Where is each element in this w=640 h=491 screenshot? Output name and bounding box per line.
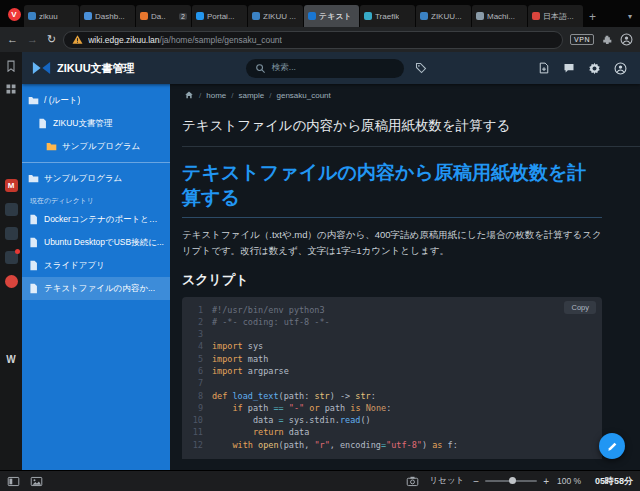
panel-bar: MW xyxy=(0,52,22,470)
wiki-page: ZIKUU文書管理 検索... / (ルート)ZIKUU文書管理サンプルプログラ… xyxy=(22,52,640,470)
zoom-level[interactable]: 100 % xyxy=(557,476,585,486)
zoom-in-button[interactable]: + xyxy=(543,476,549,487)
new-tab-button[interactable]: + xyxy=(584,10,601,27)
code-line: 10 data = sys.stdin.read() xyxy=(188,414,594,426)
tab-favicon xyxy=(252,12,260,20)
browser-tab[interactable]: 日本語... xyxy=(528,5,583,27)
account-icon[interactable] xyxy=(614,62,627,75)
zoom-reset-button[interactable]: リセット xyxy=(429,475,464,487)
reload-icon[interactable]: ↻ xyxy=(47,33,56,46)
web-panel-icon-4[interactable] xyxy=(5,275,18,288)
windows-panel-icon[interactable] xyxy=(5,83,17,95)
bottom-panels: W xyxy=(6,354,15,365)
sidebar-item-label: サンプルプログラム xyxy=(62,141,140,153)
sidebar-item[interactable]: Dockerコンテナのポートとネ... xyxy=(22,208,170,231)
folder-icon xyxy=(28,173,39,184)
browser-tab[interactable]: zikuu xyxy=(24,5,79,27)
zikuu-logo-icon[interactable] xyxy=(32,61,51,75)
sidebar-item-label: Dockerコンテナのポートとネ... xyxy=(44,214,164,226)
zoom-slider-thumb[interactable] xyxy=(509,477,516,484)
app-body: / (ルート)ZIKUU文書管理サンプルプログラムサンプルプログラム現在のディレ… xyxy=(22,84,640,470)
content-h2: スクリプト xyxy=(182,271,602,289)
code-text: def load_text(path: str) -> str: xyxy=(212,390,376,402)
web-panel-icon-3[interactable] xyxy=(5,251,18,264)
forward-icon[interactable]: → xyxy=(27,33,38,46)
tab-favicon xyxy=(308,12,316,20)
copy-button[interactable]: Copy xyxy=(564,301,596,314)
panel-toggle-icon[interactable] xyxy=(7,475,20,488)
sidebar-item[interactable]: Ubuntu DesktopでUSB接続に... xyxy=(22,231,170,254)
page-images-icon[interactable] xyxy=(30,475,43,488)
sidebar-item-label: / (ルート) xyxy=(44,95,80,107)
wikipedia-web-panel-icon[interactable]: W xyxy=(6,354,15,365)
browser-tab[interactable]: Dashb... xyxy=(80,5,135,27)
vpn-badge[interactable]: VPN xyxy=(570,34,594,45)
folder-icon xyxy=(28,95,39,106)
zoom-out-button[interactable]: − xyxy=(473,476,479,487)
tab-favicon xyxy=(28,12,36,20)
sidebar-item[interactable]: スライドアプリ xyxy=(22,254,170,277)
edit-fab-button[interactable] xyxy=(599,433,625,459)
sidebar-item[interactable]: / (ルート) xyxy=(22,89,170,112)
web-panel-icon-2[interactable] xyxy=(5,227,18,240)
search-input[interactable]: 検索... xyxy=(246,59,404,78)
bookmarks-panel-icon[interactable] xyxy=(5,60,17,72)
breadcrumb-item[interactable]: gensaku_count xyxy=(277,91,331,100)
statusbar-left-icons xyxy=(7,475,43,488)
code-lines: 1#!/usr/bin/env python32# -*- coding: ut… xyxy=(188,304,594,452)
tags-icon[interactable] xyxy=(415,62,427,74)
content-paragraph: テキストファイル（.txtや.md）の内容から、400字詰め原稿用紙にした場合の… xyxy=(182,227,602,258)
home-icon[interactable] xyxy=(184,90,194,100)
browser-tab[interactable]: Da..2 xyxy=(136,5,191,27)
sidebar-item[interactable]: サンプルプログラム xyxy=(22,167,170,190)
sidebar-item[interactable]: ZIKUU文書管理 xyxy=(22,112,170,135)
comments-icon[interactable] xyxy=(563,62,575,74)
breadcrumb-item[interactable]: sample xyxy=(238,91,264,100)
tab-favicon xyxy=(140,12,148,20)
web-panel-icon-1[interactable] xyxy=(5,203,18,216)
folder-icon xyxy=(46,141,57,152)
capture-icon[interactable] xyxy=(406,475,419,488)
browser-tab[interactable]: Portai... xyxy=(192,5,247,27)
code-text xyxy=(212,328,217,340)
page-title: テキストファイルの内容から原稿用紙枚数を計算する xyxy=(182,117,602,135)
url-bar[interactable]: wiki.edge.zikuu.lan/ja/home/sample/gensa… xyxy=(63,31,563,49)
profile-icon[interactable] xyxy=(620,33,633,46)
zoom-slider[interactable] xyxy=(485,480,537,482)
browser-menu-button[interactable]: V xyxy=(4,2,24,26)
sidebar-item[interactable]: サンプルプログラム xyxy=(22,135,170,158)
extension-icon[interactable] xyxy=(601,34,613,46)
tab-label: Machi... xyxy=(487,12,515,21)
code-line: 6import argparse xyxy=(188,365,594,377)
tab-label: ZIKUU... xyxy=(431,12,462,21)
header-divider xyxy=(182,146,640,147)
browser-tab[interactable]: ZIKUU... xyxy=(416,5,471,27)
sidebar-section-label: 現在のディレクトリ xyxy=(22,190,170,208)
tab-favicon xyxy=(364,12,372,20)
file-icon xyxy=(28,214,39,225)
code-text: with open(path, "r", encoding="utf-8") a… xyxy=(212,439,458,451)
breadcrumb-item[interactable]: home xyxy=(206,91,226,100)
back-icon[interactable]: ← xyxy=(7,33,18,46)
browser-tab[interactable]: テキスト xyxy=(304,5,359,27)
toolbar-nav: ←→↻ xyxy=(7,33,56,46)
browser-tab[interactable]: Traefik xyxy=(360,5,415,27)
tab-favicon xyxy=(196,12,204,20)
browser-tab[interactable]: Machi... xyxy=(472,5,527,27)
code-text: import sys xyxy=(212,340,263,352)
sidebar-divider xyxy=(22,162,170,163)
code-text: import argparse xyxy=(212,365,289,377)
sidebar-item[interactable]: テキストファイルの内容か... xyxy=(22,277,170,300)
new-page-icon[interactable] xyxy=(538,62,550,74)
admin-settings-icon[interactable] xyxy=(588,62,601,75)
code-line: 1#!/usr/bin/env python3 xyxy=(188,304,594,316)
wiki-sidebar: / (ルート)ZIKUU文書管理サンプルプログラムサンプルプログラム現在のディレ… xyxy=(22,84,170,470)
tab-favicon xyxy=(476,12,484,20)
line-number: 8 xyxy=(188,390,203,402)
tab-menu-chevron-icon[interactable]: ▾ xyxy=(624,12,636,27)
code-line: 8def load_text(path: str) -> str: xyxy=(188,390,594,402)
code-line: 9 if path == "-" or path is None: xyxy=(188,402,594,414)
mail-web-panel-icon[interactable]: M xyxy=(5,179,18,192)
browser-tab[interactable]: ZIKUU ... xyxy=(248,5,303,27)
code-line: 7 xyxy=(188,377,594,389)
